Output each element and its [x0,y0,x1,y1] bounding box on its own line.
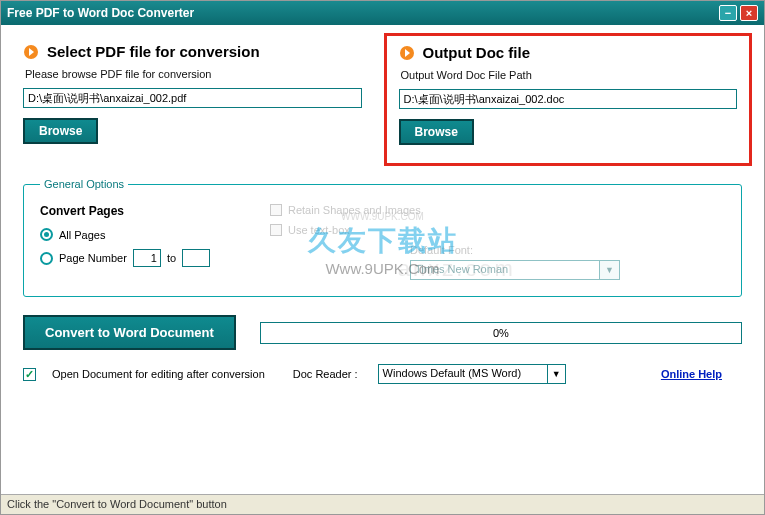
progress-bar: 0% [260,322,742,344]
title-bar: Free PDF to Word Doc Converter − × [1,1,764,25]
output-doc-path[interactable] [399,89,738,109]
output-heading: Output Doc file [423,44,531,61]
browse-output-button[interactable]: Browse [399,119,474,145]
chevron-down-icon[interactable]: ▼ [600,260,620,280]
window-title: Free PDF to Word Doc Converter [7,6,194,20]
open-after-checkbox[interactable]: ✓ [23,368,36,381]
page-from-input[interactable] [133,249,161,267]
arrow-icon [23,44,39,60]
options-legend: General Options [40,178,128,190]
font-select[interactable]: Times New Roman ▼ [410,260,725,280]
input-pdf-path[interactable] [23,88,362,108]
output-sublabel: Output Word Doc File Path [401,69,738,81]
convert-button[interactable]: Convert to Word Document [23,315,236,350]
general-options-group: General Options Convert Pages All Pages … [23,178,742,297]
open-after-label: Open Document for editing after conversi… [52,368,265,380]
default-font-label: Default Font: [410,244,725,256]
doc-reader-select[interactable]: Windows Default (MS Word) ▼ [378,364,566,384]
chevron-down-icon[interactable]: ▼ [548,364,566,384]
radio-icon [40,252,53,265]
doc-reader-label: Doc Reader : [293,368,358,380]
checkbox-icon [270,224,282,236]
minimize-button[interactable]: − [719,5,737,21]
radio-page-number[interactable]: Page Number to [40,249,240,267]
checkbox-icon [270,204,282,216]
convert-pages-label: Convert Pages [40,204,240,218]
page-to-input[interactable] [182,249,210,267]
radio-icon [40,228,53,241]
browse-input-button[interactable]: Browse [23,118,98,144]
close-button[interactable]: × [740,5,758,21]
input-heading: Select PDF file for conversion [47,43,260,60]
online-help-link[interactable]: Online Help [661,368,722,380]
output-section: Output Doc file Output Word Doc File Pat… [384,33,753,166]
status-bar: Click the "Convert to Word Document" but… [1,494,764,514]
radio-all-pages[interactable]: All Pages [40,228,240,241]
input-sublabel: Please browse PDF file for conversion [25,68,362,80]
input-section: Select PDF file for conversion Please br… [23,43,362,166]
disabled-options: Retain Shapes and Images Use text-box De… [270,204,725,280]
arrow-icon [399,45,415,61]
